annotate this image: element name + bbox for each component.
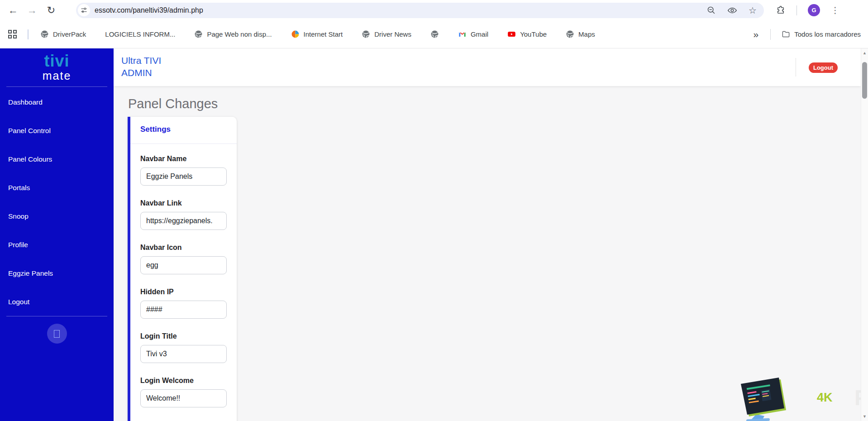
bookmark-label: Gmail bbox=[471, 30, 488, 38]
sidebar-divider bbox=[6, 86, 107, 87]
all-bookmarks-label: Todos los marcadores bbox=[794, 30, 861, 38]
bookmark-unnamed[interactable] bbox=[430, 30, 439, 38]
sidebar-circle-button[interactable] bbox=[47, 324, 67, 344]
navbar-link-input[interactable] bbox=[140, 212, 227, 230]
login-title-input[interactable] bbox=[140, 345, 227, 363]
all-bookmarks-button[interactable]: Todos los marcadores bbox=[782, 30, 861, 38]
extensions-icon[interactable] bbox=[776, 5, 786, 15]
bookmark-label: Maps bbox=[578, 30, 595, 38]
sidebar-item-dashboard[interactable]: Dashboard bbox=[0, 88, 114, 116]
bookmark-label: Internet Start bbox=[304, 30, 343, 38]
sidebar-item-logout[interactable]: Logout bbox=[0, 287, 114, 316]
logout-button[interactable]: Logout bbox=[809, 62, 838, 73]
bookmark-internet-start[interactable]: Internet Start bbox=[291, 30, 343, 38]
globe-icon bbox=[362, 30, 370, 38]
reload-icon[interactable]: ↻ bbox=[43, 3, 59, 18]
settings-card: Settings Navbar Name Navbar Link Navbar … bbox=[128, 117, 237, 421]
navbar-icon-label: Navbar Icon bbox=[140, 244, 227, 252]
gmail-icon bbox=[458, 30, 467, 38]
sidebar-nav: Dashboard Panel Control Panel Colours Po… bbox=[0, 88, 114, 316]
bookmark-label: Driver News bbox=[374, 30, 411, 38]
sidebar-item-panel-control[interactable]: Panel Control bbox=[0, 116, 114, 145]
main-area: Ultra TIVI ADMIN Logout Panel Changes Se… bbox=[114, 48, 861, 421]
sidebar-item-snoop[interactable]: Snoop bbox=[0, 202, 114, 230]
sidebar-item-portals[interactable]: Portals bbox=[0, 173, 114, 202]
bookmark-star-icon[interactable]: ☆ bbox=[749, 6, 757, 15]
login-welcome-input[interactable] bbox=[140, 389, 227, 407]
scrollbar-thumb[interactable] bbox=[862, 62, 867, 99]
header-divider bbox=[796, 58, 796, 77]
logo-text-bottom: mate bbox=[0, 70, 114, 81]
bookmark-label: DriverPack bbox=[53, 30, 86, 38]
scroll-up-icon[interactable]: ▲ bbox=[861, 48, 868, 57]
tab-settings[interactable]: Settings bbox=[140, 125, 171, 134]
admin-title-line2: ADMIN bbox=[121, 67, 161, 79]
watermark-text: PS bbox=[854, 385, 861, 410]
monitor-4k-illustration bbox=[735, 376, 790, 421]
youtube-icon bbox=[507, 30, 516, 38]
navbar-icon-input[interactable] bbox=[140, 256, 227, 274]
folder-icon bbox=[782, 30, 790, 38]
sidebar: tivi mate Dashboard Panel Control Panel … bbox=[0, 48, 114, 421]
bookmark-logiciels[interactable]: LOGICIELS INFORM... bbox=[105, 30, 175, 38]
sidebar-item-eggzie-panels[interactable]: Eggzie Panels bbox=[0, 259, 114, 287]
browser-menu-icon[interactable]: ⋮ bbox=[831, 5, 839, 15]
site-info-icon[interactable] bbox=[78, 4, 90, 16]
admin-title[interactable]: Ultra TIVI ADMIN bbox=[121, 54, 161, 79]
resolution-label: 4K bbox=[817, 391, 833, 405]
bookmark-youtube[interactable]: YouTube bbox=[507, 30, 547, 38]
page-content: tivi mate Dashboard Panel Control Panel … bbox=[0, 48, 868, 421]
hidden-ip-input[interactable] bbox=[140, 301, 227, 319]
globe-icon bbox=[40, 30, 49, 38]
address-bar[interactable]: essotv.com/paneltivi39/admin.php ☆ bbox=[76, 3, 764, 18]
admin-header: Ultra TIVI ADMIN Logout bbox=[114, 48, 861, 86]
toolbar-separator bbox=[796, 5, 797, 15]
sidebar-item-panel-colours[interactable]: Panel Colours bbox=[0, 145, 114, 173]
bookmark-driverpack[interactable]: DriverPack bbox=[40, 30, 86, 38]
logo-text-top: tivi bbox=[0, 53, 114, 69]
sidebar-item-profile[interactable]: Profile bbox=[0, 230, 114, 259]
bookmarks-separator bbox=[28, 29, 29, 39]
placeholder-glyph-icon bbox=[54, 330, 60, 338]
bookmark-page-web[interactable]: Page Web non disp... bbox=[194, 30, 272, 38]
bookmark-gmail[interactable]: Gmail bbox=[458, 30, 488, 38]
settings-form: Navbar Name Navbar Link Navbar Icon Hidd… bbox=[130, 144, 237, 421]
bookmark-maps[interactable]: Maps bbox=[566, 30, 595, 38]
profile-avatar[interactable]: G bbox=[808, 4, 820, 16]
back-icon[interactable]: ← bbox=[5, 3, 21, 18]
globe-icon bbox=[430, 30, 439, 38]
url-text[interactable]: essotv.com/paneltivi39/admin.php bbox=[95, 6, 203, 14]
globe-icon bbox=[194, 30, 203, 38]
browser-toolbar: ← → ↻ essotv.com/paneltivi39/admin.php ☆… bbox=[0, 0, 868, 20]
admin-title-line1: Ultra TIVI bbox=[121, 54, 161, 67]
scroll-down-icon[interactable]: ▼ bbox=[861, 412, 868, 421]
tivimate-logo: tivi mate bbox=[0, 48, 114, 81]
navbar-name-label: Navbar Name bbox=[140, 155, 227, 163]
login-title-label: Login Title bbox=[140, 332, 227, 340]
sidebar-divider bbox=[6, 316, 107, 316]
bookmarks-bar: DriverPack LOGICIELS INFORM... Page Web … bbox=[0, 20, 868, 48]
bookmark-label: LOGICIELS INFORM... bbox=[105, 30, 175, 38]
navbar-name-input[interactable] bbox=[140, 167, 227, 186]
zoom-out-icon[interactable] bbox=[706, 5, 716, 15]
navbar-link-label: Navbar Link bbox=[140, 199, 227, 207]
bookmark-label: YouTube bbox=[520, 30, 547, 38]
apps-grid-icon[interactable] bbox=[8, 30, 17, 38]
page-scrollbar[interactable]: ▲ ▼ bbox=[861, 48, 868, 421]
bookmark-label: Page Web non disp... bbox=[207, 30, 272, 38]
forward-icon[interactable]: → bbox=[24, 3, 40, 18]
globe-icon bbox=[566, 30, 574, 38]
pinwheel-icon bbox=[291, 30, 300, 38]
eye-icon[interactable] bbox=[727, 5, 737, 15]
hidden-ip-label: Hidden IP bbox=[140, 288, 227, 296]
page-title: Panel Changes bbox=[128, 96, 218, 111]
login-welcome-label: Login Welcome bbox=[140, 377, 227, 385]
bookmarks-separator bbox=[770, 29, 771, 40]
bookmark-driver-news[interactable]: Driver News bbox=[362, 30, 411, 38]
bookmarks-overflow-icon[interactable]: » bbox=[754, 29, 759, 40]
